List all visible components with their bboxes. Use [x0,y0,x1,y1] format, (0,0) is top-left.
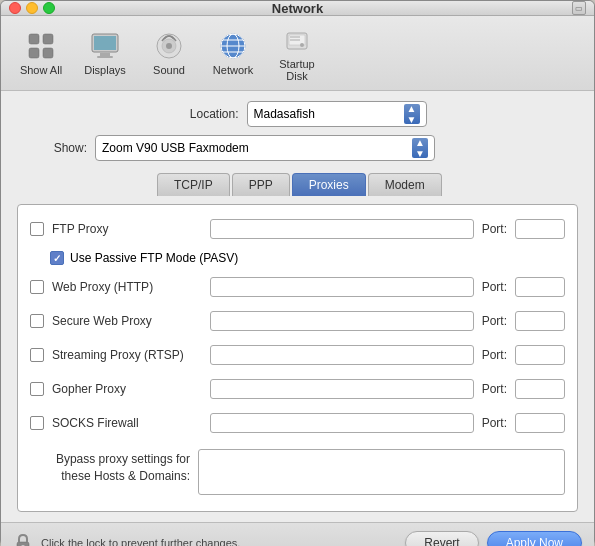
tab-modem[interactable]: Modem [368,173,442,196]
svg-rect-5 [94,36,116,50]
location-row: Location: Madasafish ▲▼ [17,101,578,127]
show-value: Zoom V90 USB Faxmodem [102,141,408,155]
socks-input[interactable] [210,413,474,433]
bypass-row: Bypass proxy settings forthese Hosts & D… [30,445,565,499]
show-select[interactable]: Zoom V90 USB Faxmodem ▲▼ [95,135,435,161]
toolbar-label-displays: Displays [84,64,126,76]
gopher-proxy-checkbox[interactable] [30,382,44,396]
toolbar-item-network[interactable]: Network [205,28,261,78]
lock-icon[interactable] [13,533,33,546]
gopher-proxy-input[interactable] [210,379,474,399]
svg-rect-7 [97,56,113,58]
tab-proxies[interactable]: Proxies [292,173,366,196]
web-proxy-row: Web Proxy (HTTP) Port: [30,275,565,299]
tab-ppp[interactable]: PPP [232,173,290,196]
web-port-input[interactable] [515,277,565,297]
toolbar-label-network: Network [213,64,253,76]
ftp-proxy-label: FTP Proxy [52,222,202,236]
secure-web-proxy-checkbox[interactable] [30,314,44,328]
minimize-button[interactable] [26,2,38,14]
bottom-bar: Click the lock to prevent further change… [1,522,594,546]
passive-ftp-row: Use Passive FTP Mode (PASV) [30,251,565,265]
ftp-port-input[interactable] [515,219,565,239]
gopher-port-input[interactable] [515,379,565,399]
show-label: Show: [17,141,87,155]
titlebar: Network ▭ [1,1,594,16]
secure-web-proxy-row: Secure Web Proxy Port: [30,309,565,333]
svg-rect-19 [290,36,300,38]
svg-rect-2 [29,48,39,58]
location-select[interactable]: Madasafish ▲▼ [247,101,427,127]
content-area: Location: Madasafish ▲▼ Show: Zoom V90 U… [1,91,594,522]
resize-button[interactable]: ▭ [572,1,586,15]
socks-port-label: Port: [482,416,507,430]
gopher-port-label: Port: [482,382,507,396]
socks-checkbox[interactable] [30,416,44,430]
socks-label: SOCKS Firewall [52,416,202,430]
streaming-port-label: Port: [482,348,507,362]
socks-row: SOCKS Firewall Port: [30,411,565,435]
bypass-label: Bypass proxy settings forthese Hosts & D… [30,449,190,485]
revert-button[interactable]: Revert [405,531,478,546]
gopher-proxy-row: Gopher Proxy Port: [30,377,565,401]
passive-ftp-label: Use Passive FTP Mode (PASV) [70,251,238,265]
socks-port-input[interactable] [515,413,565,433]
displays-icon [89,30,121,62]
location-label: Location: [169,107,239,121]
network-icon [217,30,249,62]
ftp-port-label: Port: [482,222,507,236]
gopher-proxy-label: Gopher Proxy [52,382,202,396]
show-all-icon [25,30,57,62]
toolbar-label-startup-disk: Startup Disk [271,58,323,82]
streaming-proxy-row: Streaming Proxy (RTSP) Port: [30,343,565,367]
bypass-textarea[interactable] [198,449,565,495]
svg-point-10 [166,43,172,49]
secure-web-proxy-input[interactable] [210,311,474,331]
svg-rect-6 [100,53,110,56]
svg-rect-20 [290,39,300,41]
location-arrow-icon: ▲▼ [404,104,420,124]
window-title: Network [272,1,323,16]
svg-point-21 [300,43,304,47]
startup-disk-icon [281,24,313,56]
toolbar-item-show-all[interactable]: Show All [13,28,69,78]
secure-web-port-input[interactable] [515,311,565,331]
toolbar-label-show-all: Show All [20,64,62,76]
lock-text: Click the lock to prevent further change… [41,537,397,546]
svg-rect-1 [43,34,53,44]
secure-web-proxy-label: Secure Web Proxy [52,314,202,328]
ftp-proxy-checkbox[interactable] [30,222,44,236]
close-button[interactable] [9,2,21,14]
toolbar-item-sound[interactable]: Sound [141,28,197,78]
passive-ftp-checkbox[interactable] [50,251,64,265]
proxies-panel: FTP Proxy Port: Use Passive FTP Mode (PA… [17,204,578,512]
ftp-proxy-row: FTP Proxy Port: [30,217,565,241]
svg-rect-3 [43,48,53,58]
toolbar-item-displays[interactable]: Displays [77,28,133,78]
web-proxy-input[interactable] [210,277,474,297]
secure-web-port-label: Port: [482,314,507,328]
streaming-port-input[interactable] [515,345,565,365]
location-value: Madasafish [254,107,400,121]
web-proxy-checkbox[interactable] [30,280,44,294]
streaming-proxy-input[interactable] [210,345,474,365]
web-proxy-label: Web Proxy (HTTP) [52,280,202,294]
sound-icon [153,30,185,62]
toolbar-item-startup-disk[interactable]: Startup Disk [269,22,325,84]
toolbar-label-sound: Sound [153,64,185,76]
traffic-lights [9,2,55,14]
web-port-label: Port: [482,280,507,294]
apply-button[interactable]: Apply Now [487,531,582,546]
window: Network ▭ Show All [0,0,595,546]
tab-tcpip[interactable]: TCP/IP [157,173,230,196]
maximize-button[interactable] [43,2,55,14]
ftp-proxy-input[interactable] [210,219,474,239]
streaming-proxy-checkbox[interactable] [30,348,44,362]
toolbar: Show All Displays [1,16,594,91]
show-arrow-icon: ▲▼ [412,138,428,158]
streaming-proxy-label: Streaming Proxy (RTSP) [52,348,202,362]
svg-rect-0 [29,34,39,44]
tabs-row: TCP/IP PPP Proxies Modem [17,173,578,196]
show-row: Show: Zoom V90 USB Faxmodem ▲▼ [17,135,578,161]
